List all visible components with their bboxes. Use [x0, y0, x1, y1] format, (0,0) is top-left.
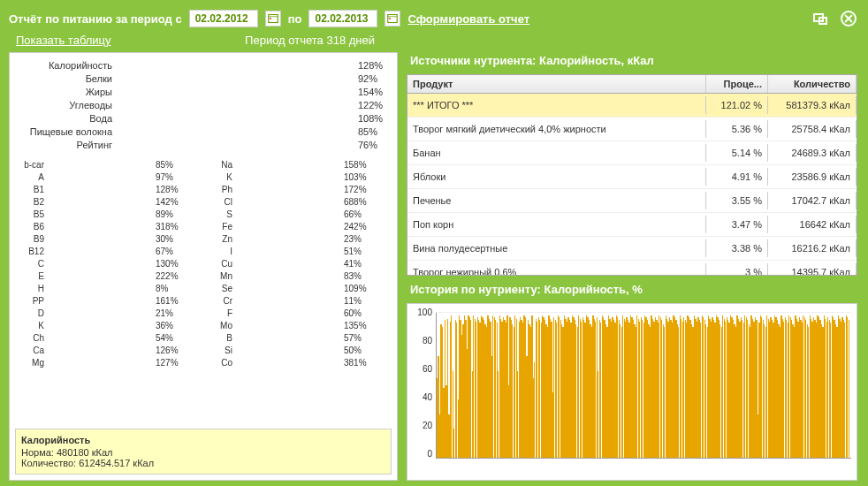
- bar-label: Fe: [203, 222, 235, 232]
- col-product[interactable]: Продукт: [407, 75, 706, 93]
- date-to-label: по: [288, 12, 302, 26]
- micro-bar[interactable]: B9 30%: [15, 232, 203, 245]
- micro-bar[interactable]: Ca 126%: [15, 344, 203, 356]
- bar-value: 85%: [354, 126, 377, 137]
- micro-bar[interactable]: Cl 688%: [203, 195, 392, 208]
- bar-value: 127%: [153, 358, 179, 368]
- micro-bar[interactable]: K 36%: [15, 319, 203, 331]
- summary-bar[interactable]: Рейтинг 76%: [15, 138, 392, 151]
- calendar-to-button[interactable]: [385, 11, 400, 27]
- table-row[interactable]: *** ИТОГО *** 121.02 % 581379.3 кКал: [407, 94, 857, 118]
- summary-bar[interactable]: Пищевые волокна 85%: [15, 125, 392, 138]
- bar-value: 76%: [354, 140, 377, 150]
- micro-bar[interactable]: Mo 135%: [203, 319, 392, 331]
- bar-label: Жиры: [15, 87, 116, 97]
- micro-bar[interactable]: Na 158%: [203, 158, 392, 171]
- generate-report-link[interactable]: Сформировать отчет: [407, 12, 529, 26]
- micro-bar[interactable]: F 60%: [203, 307, 392, 319]
- micro-bar[interactable]: Mg 127%: [15, 356, 203, 368]
- bar-label: B1: [15, 185, 47, 194]
- bar-value: 92%: [354, 73, 377, 84]
- micro-bar[interactable]: I 51%: [203, 245, 392, 257]
- bar-value: 66%: [341, 209, 362, 219]
- micro-bar[interactable]: S 66%: [203, 208, 392, 220]
- micro-bar[interactable]: C 130%: [15, 257, 203, 270]
- summary-bars: Калорийность 128% Белки 92% Жиры 154% Уг…: [15, 58, 392, 151]
- table-row[interactable]: Банан 5.14 % 24689.3 кКал: [407, 141, 857, 165]
- cell-amount: 25758.4 кКал: [768, 120, 857, 138]
- bar-value: 23%: [341, 234, 362, 244]
- micro-bar[interactable]: Fe 242%: [203, 220, 392, 232]
- bar-value: 242%: [341, 222, 367, 232]
- micro-bar[interactable]: Cr 11%: [203, 294, 392, 307]
- bar-value: 57%: [341, 333, 362, 343]
- bar-label: A: [15, 172, 47, 182]
- bar-value: 688%: [341, 197, 367, 207]
- col-amount[interactable]: Количество: [768, 75, 857, 93]
- date-to-input[interactable]: [308, 10, 377, 27]
- cell-percent: 5.14 %: [706, 144, 768, 162]
- micro-bar[interactable]: Cu 41%: [203, 257, 392, 270]
- bar-value: 67%: [153, 247, 173, 256]
- close-button[interactable]: [838, 8, 859, 29]
- bar-label: Вода: [15, 113, 116, 124]
- summary-bar[interactable]: Жиры 154%: [15, 85, 392, 98]
- micro-bar[interactable]: A 97%: [15, 171, 203, 183]
- cell-product: Творог мягкий диетический 4,0% жирности: [407, 120, 706, 138]
- micro-bar[interactable]: b-car 85%: [15, 158, 203, 171]
- date-from-input[interactable]: [189, 10, 258, 27]
- summary-bar[interactable]: Вода 108%: [15, 111, 392, 125]
- vitamins-column: b-car 85% A 97% B1 128% B2 142% B5 89: [15, 158, 203, 421]
- micro-bar[interactable]: Se 109%: [203, 282, 392, 294]
- bar-label: PP: [15, 296, 47, 306]
- micro-bar[interactable]: B1 128%: [15, 183, 203, 195]
- micro-bar[interactable]: B6 318%: [15, 220, 203, 232]
- bar-label: Углеводы: [15, 100, 116, 110]
- micro-bars: b-car 85% A 97% B1 128% B2 142% B5 89: [15, 158, 392, 421]
- bar-label: B12: [15, 247, 47, 256]
- table-row[interactable]: Печенье 3.55 % 17042.7 кКал: [407, 189, 857, 213]
- info-qty: Количество: 612454.517 кКал: [21, 458, 385, 468]
- table-row[interactable]: Поп корн 3.47 % 16642 кКал: [407, 213, 857, 237]
- right-panel: Источники нутриента: Калорийность, кКал …: [407, 52, 857, 481]
- table-body[interactable]: *** ИТОГО *** 121.02 % 581379.3 кКал Тво…: [407, 94, 857, 275]
- micro-bar[interactable]: Ch 54%: [15, 331, 203, 344]
- micro-bar[interactable]: B5 89%: [15, 208, 203, 220]
- bar-value: 54%: [153, 333, 173, 343]
- cell-product: Печенье: [407, 192, 706, 209]
- micro-bar[interactable]: B2 142%: [15, 195, 203, 208]
- micro-bar[interactable]: Si 50%: [203, 344, 392, 356]
- col-percent[interactable]: Проце...: [706, 75, 768, 93]
- micro-bar[interactable]: K 103%: [203, 171, 392, 183]
- close-icon: [840, 10, 857, 27]
- micro-bar[interactable]: E 222%: [15, 270, 203, 282]
- bar-value: 381%: [341, 358, 367, 368]
- summary-bar[interactable]: Углеводы 122%: [15, 98, 392, 111]
- table-row[interactable]: Яблоки 4.91 % 23586.9 кКал: [407, 165, 857, 189]
- show-table-link[interactable]: Показать таблицу: [16, 34, 111, 47]
- micro-bar[interactable]: H 8%: [15, 282, 203, 294]
- micro-bar[interactable]: B12 67%: [15, 245, 203, 257]
- micro-bar[interactable]: Co 381%: [203, 356, 392, 368]
- micro-bar[interactable]: PP 161%: [15, 294, 203, 307]
- micro-bar[interactable]: B 57%: [203, 331, 392, 344]
- bar-label: H: [15, 284, 47, 293]
- bar-label: Пищевые волокна: [15, 126, 116, 137]
- calendar-from-button[interactable]: [265, 11, 281, 27]
- history-plot-area: [436, 313, 851, 459]
- micro-bar[interactable]: Zn 23%: [203, 232, 392, 245]
- micro-bar[interactable]: Mn 83%: [203, 270, 392, 282]
- history-y-axis: 100806040200: [411, 308, 434, 459]
- table-row[interactable]: Творог нежирный 0,6% 3 % 14395.7 кКал: [407, 261, 857, 275]
- bar-label: C: [15, 259, 47, 269]
- micro-bar[interactable]: D 21%: [15, 307, 203, 319]
- micro-bar[interactable]: Ph 172%: [203, 183, 392, 195]
- calendar-icon: [268, 13, 278, 24]
- table-row[interactable]: Творог мягкий диетический 4,0% жирности …: [407, 118, 857, 141]
- window-mode-button[interactable]: [810, 8, 831, 29]
- cell-product: Творог нежирный 0,6%: [407, 263, 706, 275]
- left-panel: Калорийность 128% Белки 92% Жиры 154% Уг…: [9, 52, 398, 481]
- table-row[interactable]: Вина полудесертные 3.38 % 16216.2 кКал: [407, 237, 857, 261]
- summary-bar[interactable]: Белки 92%: [15, 72, 392, 85]
- summary-bar[interactable]: Калорийность 128%: [15, 58, 392, 72]
